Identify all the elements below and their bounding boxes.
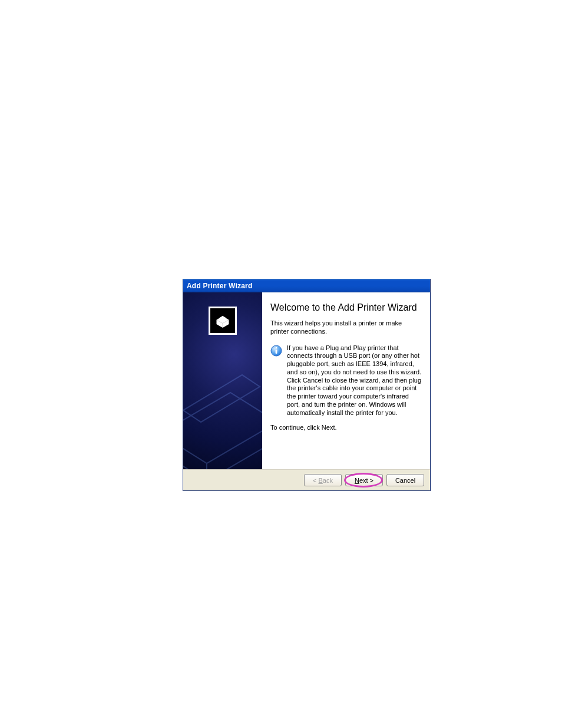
continue-text: To continue, click Next. [270,424,422,432]
wizard-intro: This wizard helps you install a printer … [270,319,422,336]
svg-rect-2 [276,350,277,354]
info-text: If you have a Plug and Play printer that… [287,344,422,417]
back-prefix: < [313,477,318,484]
info-icon [270,345,283,359]
add-printer-wizard-window: Add Printer Wizard [183,279,431,491]
svg-point-1 [276,347,277,348]
cancel-label: Cancel [395,477,415,484]
titlebar[interactable]: Add Printer Wizard [183,279,430,292]
back-button: < Back [304,474,342,486]
client-area: Welcome to the Add Printer Wizard This w… [183,292,430,469]
back-rest: ack [323,477,333,484]
button-bar: < Back Next > Cancel [183,469,430,490]
titlebar-text: Add Printer Wizard [187,282,253,290]
back-mnemonic: B [319,477,323,484]
next-mnemonic: N [355,477,359,484]
wizard-content: Welcome to the Add Printer Wizard This w… [262,292,430,469]
cancel-button[interactable]: Cancel [386,474,424,486]
printer-badge [209,307,237,335]
next-button[interactable]: Next > [345,474,383,486]
info-row: If you have a Plug and Play printer that… [270,344,422,417]
wizard-heading: Welcome to the Add Printer Wizard [270,302,422,314]
printer-icon [212,310,233,331]
wizard-sidebar [183,292,262,469]
printer-outline-decoration [183,334,262,469]
next-rest: ext > [359,477,373,484]
